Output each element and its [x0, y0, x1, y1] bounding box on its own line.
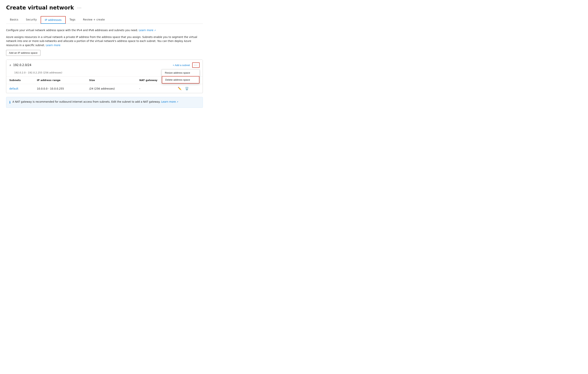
page-title-row: Create virtual network ··· [6, 5, 203, 11]
subnet-name-cell: default [6, 84, 34, 93]
add-subnet-button[interactable]: + Add a subnet [173, 64, 190, 67]
resize-address-space-item[interactable]: Resize address space [162, 70, 200, 76]
collapse-icon[interactable]: ∧ [9, 64, 11, 67]
subnet-action-cell: ✏️ 🗑️ [174, 84, 203, 93]
tab-review-create[interactable]: Review + create [79, 16, 109, 24]
info-banner: ℹ️ A NAT gateway is recommended for outb… [6, 97, 203, 108]
subnet-name-link[interactable]: default [9, 87, 18, 90]
tab-security[interactable]: Security [22, 16, 41, 24]
delete-subnet-button[interactable]: 🗑️ [185, 86, 189, 91]
more-menu-wrapper: ··· Resize address space Delete address … [192, 62, 200, 68]
edit-subnet-button[interactable]: ✏️ [177, 86, 182, 91]
table-row: default 10.0.0.0 - 10.0.0.255 /24 (256 a… [6, 84, 203, 93]
description-1: Configure your virtual network address s… [6, 28, 203, 32]
dropdown-menu: Resize address space Delete address spac… [162, 69, 200, 84]
page-ellipsis-button[interactable]: ··· [76, 5, 83, 11]
page-title: Create virtual network [6, 5, 74, 11]
subnet-nat-cell: - [136, 84, 174, 93]
add-ip-address-space-button[interactable]: Add an IP address space [6, 50, 41, 56]
description-2: Azure assigns resources in a virtual net… [6, 35, 203, 47]
subnet-ip-range-cell: 10.0.0.0 - 10.0.0.255 [34, 84, 86, 93]
tab-tags[interactable]: Tags [66, 16, 79, 24]
learn-more-link-1[interactable]: Learn more [139, 29, 156, 32]
delete-address-space-item[interactable]: Delete address space [162, 76, 200, 83]
col-ip-range: IP address range [34, 76, 86, 84]
tab-ip-addresses[interactable]: IP addresses [41, 16, 66, 24]
address-cidr: 192.0.2.0/24 [13, 63, 31, 67]
subnet-action-icons: ✏️ 🗑️ [177, 86, 200, 91]
tabs-nav: Basics Security IP addresses Tags Review… [6, 16, 203, 24]
info-banner-text: A NAT gateway is recommended for outboun… [12, 100, 178, 104]
more-options-button[interactable]: ··· [192, 62, 200, 68]
card-actions: + Add a subnet ··· Resize address space … [173, 62, 200, 68]
info-icon: ℹ️ [9, 100, 10, 105]
col-size: Size [86, 76, 136, 84]
learn-more-link-2[interactable]: Learn more [46, 44, 60, 47]
tab-basics[interactable]: Basics [6, 16, 22, 24]
col-subnets: Subnets [6, 76, 34, 84]
info-banner-learn-more-link[interactable]: Learn more [161, 100, 178, 103]
card-header: ∧ 192.0.2.0/24 + Add a subnet ··· Resize… [6, 60, 203, 71]
subnet-size-cell: /24 (256 addresses) [86, 84, 136, 93]
address-space-card: ∧ 192.0.2.0/24 + Add a subnet ··· Resize… [6, 60, 203, 93]
